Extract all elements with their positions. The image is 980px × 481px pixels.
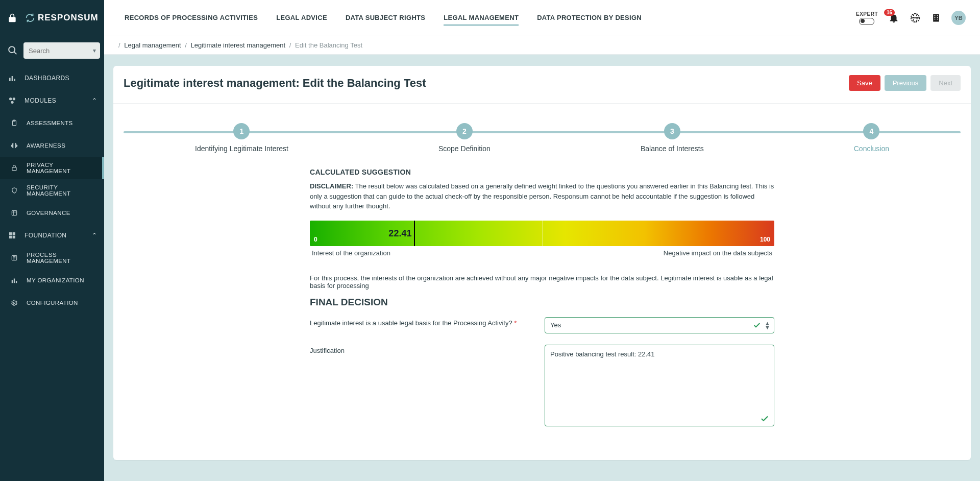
svg-rect-3 bbox=[12, 76, 13, 81]
svg-rect-25 bbox=[935, 15, 936, 16]
svg-point-0 bbox=[9, 46, 15, 53]
brand-logo: RESPONSUM bbox=[24, 12, 99, 23]
usable-legal-basis-label: Legitimate interest is a usable legal ba… bbox=[310, 317, 540, 327]
sidebar-search-row: ▾ bbox=[0, 36, 104, 64]
chart-icon bbox=[9, 275, 19, 285]
sidebar-item-label: DASHBOARDS bbox=[24, 75, 69, 82]
process-icon bbox=[9, 253, 19, 263]
tab-legal-management[interactable]: LEGAL MANAGEMENT bbox=[444, 11, 519, 26]
avatar-initials: YB bbox=[954, 15, 962, 21]
sidebar-item-configuration[interactable]: CONFIGURATION bbox=[0, 292, 104, 314]
globe-icon bbox=[910, 12, 921, 23]
sidebar-item-modules[interactable]: MODULES ⌃ bbox=[0, 89, 104, 112]
sidebar-item-label: SECURITY MANAGEMENT bbox=[27, 184, 97, 197]
tab-data-subject-rights[interactable]: DATA SUBJECT RIGHTS bbox=[346, 11, 425, 26]
step-label: Conclusion bbox=[854, 145, 889, 153]
check-icon bbox=[753, 321, 761, 329]
svg-rect-4 bbox=[14, 79, 15, 81]
sidebar-item-dashboards[interactable]: DASHBOARDS bbox=[0, 67, 104, 89]
svg-rect-24 bbox=[933, 14, 939, 22]
usable-legal-basis-select[interactable]: Yes bbox=[545, 317, 774, 333]
content-area: Legitimate interest management: Edit the… bbox=[104, 55, 980, 481]
sidebar-item-my-organization[interactable]: MY ORGANIZATION bbox=[0, 269, 104, 292]
gauge-marker bbox=[414, 221, 415, 246]
step-label: Scope Definition bbox=[438, 145, 491, 153]
previous-button[interactable]: Previous bbox=[885, 75, 927, 91]
step-number: 3 bbox=[664, 123, 680, 139]
sidebar-item-label: FOUNDATION bbox=[24, 232, 66, 239]
sidebar-item-label: PRIVACY MANAGEMENT bbox=[27, 162, 97, 174]
svg-rect-11 bbox=[12, 210, 16, 215]
step-2[interactable]: 2 Scope Definition bbox=[438, 123, 491, 153]
stepper: 1 Identifying Legitimate Interest 2 Scop… bbox=[124, 123, 961, 153]
sidebar-item-assessments[interactable]: ASSESSMENTS bbox=[0, 112, 104, 134]
page-title: Legitimate interest management: Edit the… bbox=[124, 77, 426, 90]
building-icon bbox=[931, 12, 941, 24]
grid-icon bbox=[7, 230, 17, 240]
building-button[interactable] bbox=[931, 12, 941, 24]
clipboard-icon bbox=[9, 118, 19, 128]
svg-rect-29 bbox=[935, 19, 936, 20]
svg-rect-2 bbox=[9, 78, 11, 81]
breadcrumb: / Legal management / Legitimate interest… bbox=[104, 36, 980, 55]
gauge-value: 22.41 bbox=[388, 228, 411, 238]
svg-line-1 bbox=[14, 52, 17, 55]
sidebar-item-security-management[interactable]: SECURITY MANAGEMENT bbox=[0, 179, 104, 202]
gauge-max: 100 bbox=[760, 236, 770, 243]
score-gauge: 0 100 22.41 Interest of the organization… bbox=[310, 221, 774, 257]
sidebar-item-label: MY ORGANIZATION bbox=[27, 277, 84, 283]
disclaimer-label: DISCLAIMER: bbox=[310, 182, 353, 190]
svg-point-6 bbox=[13, 98, 15, 100]
justification-label: Justification bbox=[310, 345, 540, 354]
svg-rect-13 bbox=[13, 232, 15, 235]
lock-icon bbox=[7, 12, 17, 23]
sidebar-item-label: CONFIGURATION bbox=[27, 300, 78, 306]
avatar[interactable]: YB bbox=[951, 11, 966, 25]
sidebar-item-governance[interactable]: GOVERNANCE bbox=[0, 202, 104, 224]
tab-legal-advice[interactable]: LEGAL ADVICE bbox=[276, 11, 327, 26]
brain-icon bbox=[9, 140, 19, 151]
expert-toggle[interactable]: EXPERT bbox=[856, 11, 878, 25]
chevron-down-icon[interactable]: ▾ bbox=[93, 47, 96, 54]
sidebar-item-label: ASSESSMENTS bbox=[27, 120, 73, 126]
sidebar-item-label: AWARENESS bbox=[27, 142, 65, 149]
next-button: Next bbox=[930, 75, 961, 91]
svg-rect-17 bbox=[12, 280, 13, 283]
notifications-button[interactable]: 16 bbox=[888, 12, 899, 23]
gear-icon bbox=[9, 298, 19, 308]
justification-textarea[interactable] bbox=[545, 345, 774, 426]
step-4[interactable]: 4 Conclusion bbox=[854, 123, 889, 153]
disclaimer-text: DISCLAIMER: The result below was calcula… bbox=[310, 181, 774, 211]
sidebar-item-label: PROCESS MANAGEMENT bbox=[27, 252, 97, 264]
globe-button[interactable] bbox=[910, 12, 921, 23]
svg-rect-30 bbox=[937, 19, 938, 20]
sidebar-item-foundation[interactable]: FOUNDATION ⌃ bbox=[0, 224, 104, 247]
step-label: Identifying Legitimate Interest bbox=[195, 145, 288, 153]
notification-badge: 16 bbox=[884, 9, 895, 16]
svg-point-7 bbox=[11, 101, 13, 104]
breadcrumb-legitimate-interest[interactable]: Legitimate interest management bbox=[190, 41, 285, 49]
sidebar-item-label: MODULES bbox=[24, 97, 56, 104]
step-number: 4 bbox=[863, 123, 879, 139]
svg-point-5 bbox=[9, 98, 12, 100]
svg-rect-10 bbox=[12, 167, 16, 171]
sidebar-item-privacy-management[interactable]: PRIVACY MANAGEMENT bbox=[0, 157, 104, 179]
expert-label: EXPERT bbox=[856, 11, 878, 17]
sidebar-nav: DASHBOARDS MODULES ⌃ ASSESSMENTS AWARENE… bbox=[0, 64, 104, 314]
step-1[interactable]: 1 Identifying Legitimate Interest bbox=[195, 123, 288, 153]
breadcrumb-legal-management[interactable]: Legal management bbox=[124, 41, 181, 49]
sidebar-item-process-management[interactable]: PROCESS MANAGEMENT bbox=[0, 247, 104, 269]
svg-rect-19 bbox=[16, 281, 17, 283]
search-icon[interactable] bbox=[7, 45, 18, 56]
privacy-lock-icon bbox=[9, 163, 19, 173]
tab-data-protection-design[interactable]: DATA PROTECTION BY DESIGN bbox=[537, 11, 642, 26]
gauge-left-label: Interest of the organization bbox=[312, 249, 390, 257]
refresh-icon bbox=[24, 12, 36, 23]
modules-icon bbox=[7, 95, 17, 106]
search-input[interactable] bbox=[23, 42, 100, 59]
sidebar-item-awareness[interactable]: AWARENESS bbox=[0, 134, 104, 157]
tab-records-processing[interactable]: RECORDS OF PROCESSING ACTIVITIES bbox=[125, 11, 258, 26]
step-3[interactable]: 3 Balance of Interests bbox=[641, 123, 704, 153]
result-text: For this process, the interests of the o… bbox=[310, 274, 774, 290]
save-button[interactable]: Save bbox=[849, 75, 880, 91]
